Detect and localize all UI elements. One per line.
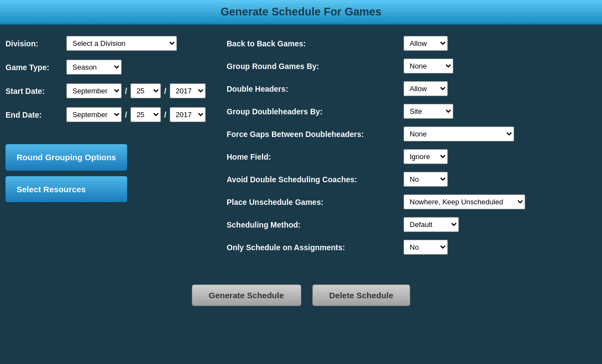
start-date-row: Start Date: September JanuaryFebruaryMar… — [6, 83, 210, 98]
select-resources-button[interactable]: Select Resources — [6, 176, 127, 203]
group-round-row: Group Round Games By: NoneRoundDate — [227, 59, 596, 73]
double-headers-select[interactable]: AllowPrevent — [404, 81, 448, 96]
game-type-label: Game Type: — [6, 63, 66, 72]
round-grouping-button[interactable]: Round Grouping Options — [6, 144, 127, 171]
division-label: Division: — [6, 39, 66, 48]
right-panel: Back to Back Games: AllowPrevent Group R… — [216, 36, 596, 262]
division-row: Division: Select a Division — [6, 36, 210, 51]
group-doubleheaders-select[interactable]: SiteTeamNone — [404, 104, 453, 119]
division-select[interactable]: Select a Division — [66, 36, 177, 51]
force-gaps-control: None15 min30 min1 hour — [404, 126, 596, 141]
game-type-select[interactable]: Season Practice Tournament — [66, 60, 122, 75]
back-to-back-control: AllowPrevent — [404, 36, 596, 51]
scheduling-method-control: DefaultRandomBalanced — [404, 217, 596, 232]
back-to-back-row: Back to Back Games: AllowPrevent — [227, 36, 596, 51]
home-field-select[interactable]: IgnoreEnforcePrefer — [404, 149, 448, 164]
start-sep1: / — [125, 87, 127, 96]
home-field-row: Home Field: IgnoreEnforcePrefer — [227, 149, 596, 164]
group-round-label: Group Round Games By: — [227, 62, 404, 71]
end-month-select[interactable]: September JanuaryFebruaryMarch AprilMayJ… — [66, 107, 122, 122]
start-sep2: / — [164, 87, 166, 96]
start-date-label: Start Date: — [6, 87, 66, 96]
group-doubleheaders-label: Group Doubleheaders By: — [227, 107, 404, 116]
group-doubleheaders-row: Group Doubleheaders By: SiteTeamNone — [227, 104, 596, 119]
back-to-back-label: Back to Back Games: — [227, 39, 404, 48]
only-schedule-label: Only Schedule on Assignments: — [227, 243, 404, 252]
end-sep1: / — [125, 110, 127, 119]
group-round-select[interactable]: NoneRoundDate — [404, 59, 453, 73]
scheduling-method-label: Scheduling Method: — [227, 220, 404, 229]
end-date-label: End Date: — [6, 110, 66, 119]
end-sep2: / — [164, 110, 166, 119]
place-unscheduled-control: Nowhere, Keep UnscheduledFirst Available… — [404, 194, 596, 209]
footer-buttons: Generate Schedule Delete Schedule — [0, 284, 602, 306]
place-unscheduled-select[interactable]: Nowhere, Keep UnscheduledFirst Available… — [404, 194, 525, 209]
only-schedule-select[interactable]: NoYes — [404, 240, 448, 255]
left-panel: Division: Select a Division Game Type: S… — [6, 36, 210, 262]
delete-schedule-button[interactable]: Delete Schedule — [312, 284, 411, 306]
end-date-row: End Date: September JanuaryFebruaryMarch… — [6, 107, 210, 122]
start-year-select[interactable]: 2017201520162018 — [170, 83, 206, 98]
generate-schedule-button[interactable]: Generate Schedule — [192, 284, 301, 306]
start-day-select[interactable]: 25 — [130, 83, 161, 98]
end-day-select[interactable]: 25 — [130, 107, 161, 122]
page-title: Generate Schedule For Games — [221, 6, 381, 18]
place-unscheduled-row: Place Unschedule Games: Nowhere, Keep Un… — [227, 194, 596, 209]
group-doubleheaders-control: SiteTeamNone — [404, 104, 596, 119]
double-headers-control: AllowPrevent — [404, 81, 596, 96]
home-field-control: IgnoreEnforcePrefer — [404, 149, 596, 164]
avoid-coaches-control: NoYes — [404, 172, 596, 187]
only-schedule-control: NoYes — [404, 240, 596, 255]
force-gaps-label: Force Gaps Between Doubleheaders: — [227, 130, 404, 139]
double-headers-label: Double Headers: — [227, 85, 404, 93]
page-header: Generate Schedule For Games — [0, 0, 602, 25]
only-schedule-row: Only Schedule on Assignments: NoYes — [227, 240, 596, 255]
avoid-coaches-row: Avoid Double Scheduling Coaches: NoYes — [227, 172, 596, 187]
avoid-coaches-select[interactable]: NoYes — [404, 172, 448, 187]
place-unscheduled-label: Place Unschedule Games: — [227, 198, 404, 207]
double-headers-row: Double Headers: AllowPrevent — [227, 81, 596, 96]
game-type-row: Game Type: Season Practice Tournament — [6, 60, 210, 75]
scheduling-method-select[interactable]: DefaultRandomBalanced — [404, 217, 459, 232]
force-gaps-row: Force Gaps Between Doubleheaders: None15… — [227, 126, 596, 141]
sidebar-buttons: Round Grouping Options Select Resources — [6, 144, 210, 202]
group-round-control: NoneRoundDate — [404, 59, 596, 73]
force-gaps-select[interactable]: None15 min30 min1 hour — [404, 126, 514, 141]
end-year-select[interactable]: 2017201520162018 — [170, 107, 206, 122]
scheduling-method-row: Scheduling Method: DefaultRandomBalanced — [227, 217, 596, 232]
avoid-coaches-label: Avoid Double Scheduling Coaches: — [227, 175, 404, 184]
start-month-select[interactable]: September JanuaryFebruaryMarch AprilMayJ… — [66, 83, 122, 98]
back-to-back-select[interactable]: AllowPrevent — [404, 36, 448, 51]
home-field-label: Home Field: — [227, 152, 404, 161]
